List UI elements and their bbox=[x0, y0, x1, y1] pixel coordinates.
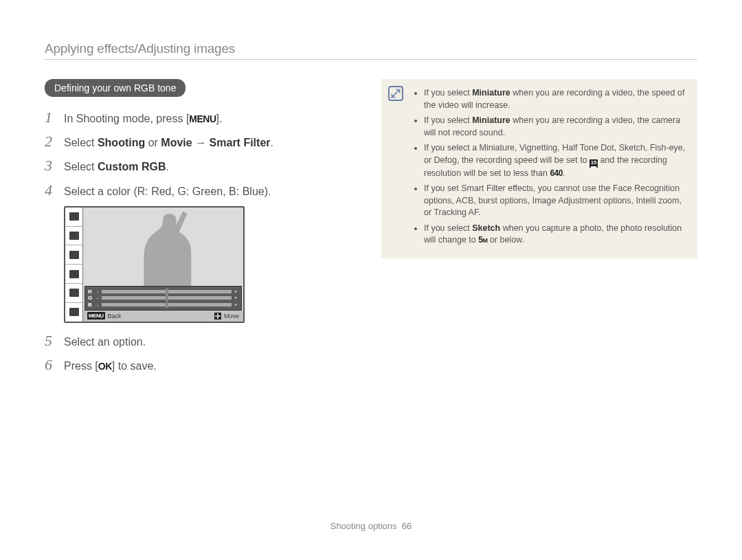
rgb-row-b: B-+ bbox=[88, 302, 238, 308]
info-bullet: If you select a Miniature, Vignetting, H… bbox=[424, 142, 686, 179]
menu-glyph-icon: MENU bbox=[87, 312, 105, 320]
step-number: 6 bbox=[45, 357, 64, 373]
footer-page-number: 66 bbox=[402, 521, 412, 531]
slider-track bbox=[102, 303, 232, 306]
info-list: If you select Miniature when you are rec… bbox=[414, 87, 686, 247]
fps-15-icon: 15 bbox=[589, 159, 598, 168]
lcd-sidebar bbox=[65, 208, 83, 322]
rgb-row-g: G-+ bbox=[88, 295, 238, 301]
step-body: Select Shooting or Movie → Smart Filter. bbox=[64, 133, 273, 150]
step-number: 5 bbox=[45, 333, 64, 349]
step-body: In Shooting mode, press [MENU]. bbox=[64, 109, 222, 126]
step-body: Select an option. bbox=[64, 333, 146, 350]
step-2: 2 Select Shooting or Movie → Smart Filte… bbox=[45, 133, 347, 150]
note-icon bbox=[388, 86, 403, 101]
step-text: or bbox=[145, 137, 161, 148]
plus-icon: + bbox=[233, 295, 238, 301]
step-3: 3 Select Custom RGB. bbox=[45, 157, 347, 175]
step-text: . bbox=[271, 137, 273, 148]
plus-icon: + bbox=[233, 289, 238, 295]
ok-button-label: OK bbox=[98, 361, 112, 372]
step-number: 2 bbox=[45, 133, 64, 150]
slider-track bbox=[102, 296, 232, 300]
lcd-screenshot: R-+ G-+ B-+ MENU Back Move bbox=[64, 206, 245, 323]
info-bullet: If you select Miniature when you are rec… bbox=[424, 115, 686, 139]
lcd-move-label: Move bbox=[224, 313, 239, 320]
info-bullet: If you set Smart Filter effects, you can… bbox=[424, 183, 686, 219]
lcd-mode-icon bbox=[65, 208, 82, 227]
lcd-move-hint: Move bbox=[210, 313, 243, 320]
step-text: . bbox=[166, 161, 168, 172]
step-text: Press [ bbox=[64, 360, 98, 372]
lcd-preview bbox=[83, 208, 243, 287]
step-number: 4 bbox=[45, 182, 64, 199]
lcd-iso-icon bbox=[65, 265, 82, 284]
column-left: Defining your own RGB tone 1 In Shooting… bbox=[45, 79, 347, 381]
bold: Shooting bbox=[98, 137, 145, 148]
page-header: Applying effects/Adjusting images bbox=[45, 41, 697, 60]
step-4: 4 Select a color (R: Red, G: Green, B: B… bbox=[45, 182, 347, 199]
menu-button-label: MENU bbox=[189, 113, 216, 124]
info-bullet: If you select Miniature when you are rec… bbox=[424, 87, 686, 111]
step-number: 1 bbox=[45, 109, 64, 126]
step-number: 3 bbox=[45, 157, 64, 174]
section-pill: Defining your own RGB tone bbox=[45, 79, 186, 97]
step-body: Select a color (R: Red, G: Green, B: Blu… bbox=[64, 182, 271, 199]
step-6: 6 Press [OK] to save. bbox=[45, 357, 347, 374]
rgb-label: G bbox=[88, 295, 95, 301]
arrow-icon: → bbox=[192, 137, 210, 148]
minus-icon: - bbox=[95, 295, 100, 301]
bold: Movie bbox=[161, 137, 192, 148]
bold: Custom RGB bbox=[98, 161, 166, 172]
step-text: ] to save. bbox=[112, 360, 157, 372]
minus-icon: - bbox=[95, 302, 100, 308]
lcd-exposure-icon bbox=[65, 227, 82, 246]
step-text: ]. bbox=[216, 113, 223, 124]
content-columns: Defining your own RGB tone 1 In Shooting… bbox=[45, 79, 697, 381]
bold: Miniature bbox=[472, 88, 510, 98]
footer-label: Shooting options bbox=[330, 521, 397, 531]
lcd-footer: MENU Back Move bbox=[83, 311, 243, 322]
lcd-back-hint: MENU Back bbox=[83, 312, 126, 320]
plus-icon: + bbox=[233, 302, 238, 308]
res-5m-icon: 5M bbox=[478, 235, 487, 245]
step-text: Select bbox=[64, 161, 98, 172]
lcd-ev-icon bbox=[65, 245, 82, 265]
step-body: Press [OK] to save. bbox=[64, 357, 157, 374]
res-640-icon: 640 bbox=[550, 168, 563, 178]
lcd-face-icon bbox=[65, 303, 82, 322]
bold: Miniature bbox=[472, 115, 510, 125]
step-5: 5 Select an option. bbox=[45, 333, 347, 350]
info-bullet: If you select Sketch when you capture a … bbox=[424, 223, 686, 247]
rgb-slider-panel: R-+ G-+ B-+ bbox=[85, 286, 242, 311]
minus-icon: - bbox=[95, 289, 100, 295]
rgb-label: R bbox=[88, 289, 95, 295]
step-1: 1 In Shooting mode, press [MENU]. bbox=[45, 109, 347, 126]
nav-cross-icon bbox=[214, 313, 221, 320]
rgb-label: B bbox=[88, 302, 95, 308]
bold: Sketch bbox=[472, 223, 500, 233]
step-text: In Shooting mode, press [ bbox=[64, 113, 189, 124]
lcd-back-label: Back bbox=[108, 313, 122, 320]
step-text: Select bbox=[64, 137, 98, 148]
lcd-photo-icon bbox=[65, 284, 82, 303]
rgb-row-r: R-+ bbox=[88, 289, 238, 295]
info-box: If you select Miniature when you are rec… bbox=[381, 79, 697, 258]
bold: Smart Filter bbox=[210, 137, 271, 148]
column-right: If you select Miniature when you are rec… bbox=[381, 79, 697, 381]
step-body: Select Custom RGB. bbox=[64, 157, 169, 175]
slider-track bbox=[102, 290, 232, 293]
page-footer: Shooting options 66 bbox=[0, 521, 742, 531]
